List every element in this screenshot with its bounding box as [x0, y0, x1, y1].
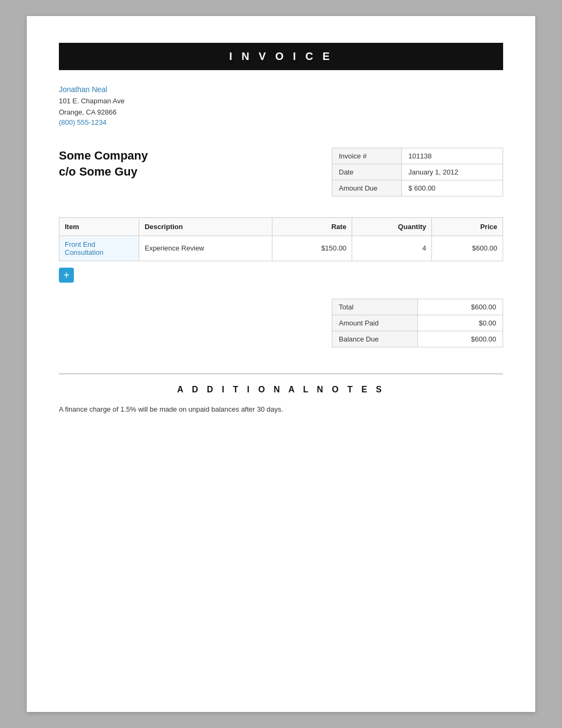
invoice-title: I N V O I C E — [59, 43, 503, 70]
cell-quantity: 4 — [352, 236, 432, 261]
meta-row-amount-due: Amount Due $ 600.00 — [332, 180, 503, 196]
balance-due-value: $600.00 — [418, 331, 503, 347]
balance-due-label: Balance Due — [332, 331, 418, 347]
sender-name: Jonathan Neal — [59, 85, 503, 94]
notes-body: A finance charge of 1.5% will be made on… — [59, 404, 503, 415]
invoice-number-label: Invoice # — [332, 148, 402, 164]
cell-description: Experience Review — [139, 236, 272, 261]
amount-due-value: $ 600.00 — [402, 180, 503, 196]
cell-rate: $150.00 — [272, 236, 352, 261]
invoice-number-value: 101138 — [402, 148, 503, 164]
notes-section: A D D I T I O N A L N O T E S A finance … — [59, 374, 503, 415]
invoice-meta: Invoice # 101138 Date January 1, 2012 Am… — [332, 148, 503, 196]
table-row: Front End Consultation Experience Review… — [59, 236, 503, 261]
balance-due-row: Balance Due $600.00 — [332, 331, 503, 347]
sender-phone: (800) 555-1234 — [59, 118, 503, 126]
amount-paid-row: Amount Paid $0.00 — [332, 315, 503, 331]
col-header-quantity: Quantity — [352, 217, 432, 236]
col-header-item: Item — [59, 217, 139, 236]
bill-to-contact: c/o Some Guy — [59, 164, 148, 180]
meta-row-date: Date January 1, 2012 — [332, 164, 503, 180]
totals-section: Total $600.00 Amount Paid $0.00 Balance … — [59, 299, 503, 347]
notes-header: A D D I T I O N A L N O T E S — [59, 385, 503, 395]
add-row-button[interactable]: + — [59, 268, 74, 283]
date-label: Date — [332, 164, 402, 180]
totals-table: Total $600.00 Amount Paid $0.00 Balance … — [332, 299, 503, 347]
billing-section: Some Company c/o Some Guy Invoice # 1011… — [59, 148, 503, 196]
total-row: Total $600.00 — [332, 299, 503, 315]
bill-to: Some Company c/o Some Guy — [59, 148, 148, 181]
bill-to-company: Some Company — [59, 148, 148, 164]
amount-paid-label: Amount Paid — [332, 315, 418, 331]
cell-price: $600.00 — [432, 236, 503, 261]
amount-due-label: Amount Due — [332, 180, 402, 196]
total-label: Total — [332, 299, 418, 315]
items-table: Item Description Rate Quantity Price Fro… — [59, 217, 503, 261]
sender-info: Jonathan Neal 101 E. Chapman Ave Orange,… — [59, 85, 503, 126]
total-value: $600.00 — [418, 299, 503, 315]
col-header-rate: Rate — [272, 217, 352, 236]
sender-address-line2: Orange, CA 92866 — [59, 107, 503, 118]
col-header-price: Price — [432, 217, 503, 236]
cell-item: Front End Consultation — [59, 236, 139, 261]
sender-address-line1: 101 E. Chapman Ave — [59, 96, 503, 107]
invoice-page: I N V O I C E Jonathan Neal 101 E. Chapm… — [27, 16, 535, 712]
col-header-description: Description — [139, 217, 272, 236]
date-value: January 1, 2012 — [402, 164, 503, 180]
amount-paid-value: $0.00 — [418, 315, 503, 331]
meta-row-invoice: Invoice # 101138 — [332, 148, 503, 164]
table-header-row: Item Description Rate Quantity Price — [59, 217, 503, 236]
